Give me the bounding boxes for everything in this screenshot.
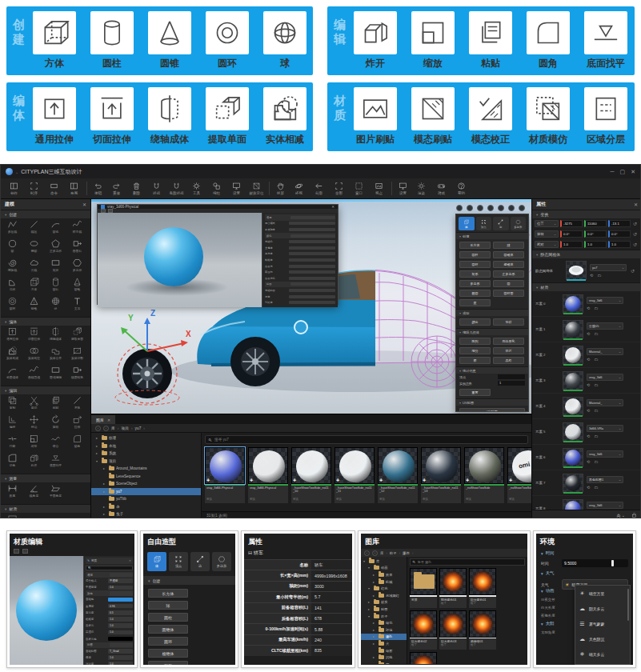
z-value-field[interactable]: -13.1 (608, 220, 631, 227)
tree-arrow-icon[interactable]: ▸ (96, 451, 100, 455)
property-value[interactable]: 1.0 (108, 655, 133, 660)
transform-mode-select[interactable]: 位置⌄ (535, 220, 559, 227)
tool-icon[interactable] (22, 549, 28, 554)
modeling-tool[interactable]: 线角度 (23, 483, 45, 502)
y-value-field[interactable]: 0.0° (584, 230, 607, 238)
toolbar-button[interactable]: 时序 (24, 182, 44, 195)
material-select[interactable]: 全膜05⌄ (587, 322, 623, 330)
material-thumbnail[interactable] (563, 320, 583, 339)
property-row[interactable]: 强度 1.0 (86, 654, 133, 661)
tree-arrow-icon[interactable]: ▸ (373, 621, 377, 625)
transform-mode-select[interactable]: 相对⌄ (535, 241, 559, 248)
property-slider[interactable] (289, 295, 335, 298)
modeling-tool[interactable]: 底面找平 (45, 453, 66, 472)
property-value[interactable] (110, 573, 133, 578)
reset-icon[interactable]: ↺ (633, 242, 637, 247)
tree-arrow-icon[interactable]: ▸ (373, 655, 377, 659)
section-header[interactable]: ▾创建 (456, 232, 528, 239)
tool-tile[interactable]: 圆锥 (145, 11, 194, 70)
modeling-tool[interactable]: 圆环 (2, 296, 23, 315)
property-slider[interactable] (289, 222, 335, 225)
tool-tile[interactable]: 球 (260, 11, 310, 70)
freeform-tab[interactable]: 体 (459, 217, 475, 230)
tree-arrow-icon[interactable]: ▸ (368, 607, 372, 611)
tree-item[interactable]: ▸ SceneObject (91, 480, 201, 488)
tree-item[interactable]: ▾ 动画 (361, 565, 407, 572)
modeling-tool[interactable]: 切面拉伸 (23, 326, 45, 346)
property-slider[interactable] (289, 289, 335, 292)
back-icon[interactable]: ‹ (95, 426, 101, 431)
section-header[interactable]: ▾编辑 (1, 386, 90, 394)
freeform-tab[interactable]: 边 (190, 552, 210, 571)
material-thumbnail[interactable] (563, 448, 583, 467)
modeling-tool[interactable]: 螺旋线 (2, 258, 23, 277)
material-select[interactable]: 3d66-VRa⌄ (587, 425, 623, 432)
modeling-tool[interactable]: 正多边形 (45, 238, 66, 258)
material-thumbnail[interactable] (563, 474, 583, 493)
close-button[interactable]: ✕ (631, 169, 635, 175)
material-select[interactable]: vray_3d6⌄ (587, 297, 623, 304)
property-slider[interactable] (289, 301, 335, 304)
gallery-tile[interactable]: 巨大爆炸02 粒子 (410, 610, 437, 650)
props-tab[interactable]: ✎材质✕ (86, 558, 133, 564)
tree-item[interactable]: ▸ 机械 (361, 578, 407, 586)
property-slider[interactable] (290, 234, 335, 238)
asset-tile[interactable]: ✚ _haveShowTwoSide_no11_13 材质 (421, 447, 461, 510)
tool-tile[interactable]: 圆环 (202, 11, 252, 70)
material-thumbnail[interactable] (563, 422, 583, 442)
modeling-tool[interactable]: 熔合 (45, 434, 66, 453)
weather-option[interactable]: ☰ 雾气蒙蒙 (575, 616, 630, 631)
modeling-tool[interactable]: 棱锥 (23, 296, 45, 315)
toolbar-button[interactable]: 工具 (186, 182, 206, 195)
property-row[interactable]: 对比度 1.0 (86, 661, 133, 665)
modeling-tool[interactable]: 圆 (2, 238, 23, 258)
x-value-field[interactable]: -3275 (560, 220, 583, 227)
tree-arrow-icon[interactable]: ▾ (363, 559, 367, 563)
scrollbar[interactable] (627, 589, 630, 621)
gallery-tile[interactable]: 爆炸碎屑01 粒子 (410, 652, 437, 664)
modeling-tool[interactable]: 实体相交 (23, 346, 45, 365)
toolbar-button[interactable]: 视点 (369, 182, 389, 195)
property-row[interactable]: 金属度 (265, 245, 335, 251)
geometry-button[interactable]: 四边形化 (493, 338, 524, 345)
toolbar-button[interactable]: 撤销 (86, 182, 106, 195)
material-preview[interactable] (10, 556, 83, 665)
tree-item[interactable]: ▸ 系统 (91, 450, 201, 458)
modeling-tool[interactable]: 实体切割 (66, 346, 88, 365)
toolbar-button[interactable]: 材质定位 (246, 182, 266, 195)
property-slider[interactable] (290, 282, 335, 286)
property-row[interactable]: 强度 (265, 294, 335, 300)
toolbar-button[interactable]: 窗口 (349, 182, 369, 195)
tree-arrow-icon[interactable]: ▸ (103, 466, 107, 470)
property-slider[interactable] (289, 240, 335, 243)
uv-map-button[interactable]: UV贴图 (459, 408, 525, 412)
shape-button[interactable]: 挤出 (459, 318, 491, 326)
y-value-field[interactable]: 1.0 (584, 241, 607, 248)
freeform-tab[interactable]: 边 (493, 217, 509, 230)
tree-arrow-icon[interactable]: ▸ (373, 628, 377, 632)
property-slider[interactable] (289, 252, 335, 255)
toolbar-button[interactable]: 环视 (289, 182, 309, 195)
search-bar[interactable]: 🔍︎ (205, 435, 528, 444)
search-bar[interactable]: 🔍︎ (410, 558, 525, 566)
tool-tile[interactable]: 缩放 (408, 11, 458, 70)
crumb[interactable]: 项目 (121, 426, 129, 430)
material-select[interactable]: Material_⌄ (587, 348, 623, 355)
modeling-tool[interactable]: 椭圆 (23, 238, 45, 258)
gallery-tile[interactable]: 材质 (410, 568, 437, 608)
toolbar-button[interactable]: 捕捉 (146, 182, 166, 195)
weather-option[interactable]: ☁ 天色阴沉 (575, 631, 630, 646)
tool-tile[interactable]: 图片刷贴 (351, 87, 400, 146)
section-header[interactable]: ▾天气 (536, 569, 633, 578)
crumb[interactable]: 库 (380, 551, 383, 555)
material-actions[interactable]: ⟲ 🗀 (587, 408, 623, 413)
create-shape-button[interactable]: 矩形 (459, 270, 491, 278)
create-shape-button[interactable]: 圆 (493, 280, 524, 287)
mesh-actions[interactable]: ⟲ 🗀 (590, 273, 627, 278)
modeling-tool[interactable]: 多边形 (66, 258, 88, 277)
property-row[interactable]: 不透明度 1.0 (86, 584, 133, 590)
property-row[interactable]: 菲涅尔 1.0 (86, 629, 133, 635)
material-select[interactable]: vray_3d6⌄ (587, 450, 623, 458)
create-shape-button[interactable]: 圆锥体 (493, 251, 524, 258)
shape-button[interactable]: 放样 (493, 318, 524, 326)
